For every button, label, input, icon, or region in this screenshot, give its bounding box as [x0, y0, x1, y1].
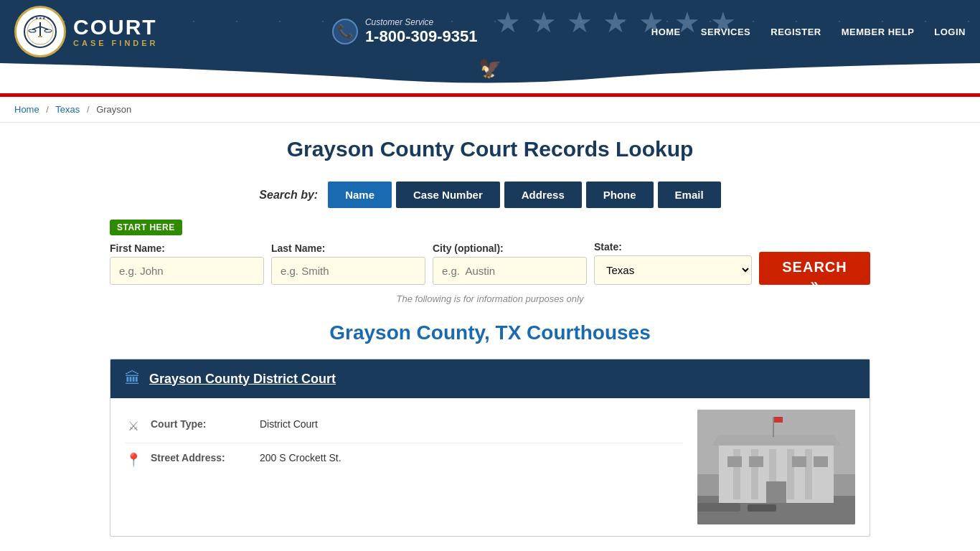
start-here-badge: START HERE: [110, 220, 182, 235]
state-label: State:: [594, 241, 752, 253]
logo-area: ★ ★ ★ ★ ★ COURT CASE FINDER: [14, 6, 159, 57]
svg-rect-3: [39, 22, 41, 37]
svg-rect-25: [748, 504, 776, 512]
nav-register[interactable]: REGISTER: [771, 27, 821, 37]
page-title: Grayson County Court Records Lookup: [110, 137, 870, 161]
address-value: 200 S Crockett St.: [260, 452, 341, 463]
svg-marker-13: [712, 435, 841, 446]
city-label: City (optional):: [433, 242, 587, 254]
search-by-row: Search by: Name Case Number Address Phon…: [110, 182, 870, 208]
last-name-group: Last Name:: [271, 242, 425, 285]
address-label: Street Address:: [151, 452, 251, 463]
courthouse-details: ⚔ Court Type: District Court 📍 Street Ad…: [125, 410, 683, 524]
svg-rect-26: [773, 417, 774, 437]
tab-name[interactable]: Name: [328, 182, 392, 208]
court-type-label: Court Type:: [151, 418, 251, 430]
nav-login[interactable]: LOGIN: [934, 27, 966, 37]
phone-info: Customer Service 1-800-309-9351: [365, 17, 478, 46]
city-group: City (optional):: [433, 242, 587, 285]
phone-area: 📞 Customer Service 1-800-309-9351: [332, 17, 478, 46]
tab-phone[interactable]: Phone: [586, 182, 654, 208]
nav-member-help[interactable]: MEMBER HELP: [842, 27, 915, 37]
svg-rect-19: [766, 481, 786, 503]
detail-row-address: 📍 Street Address: 200 S Crockett St.: [125, 443, 683, 476]
last-name-input[interactable]: [271, 257, 425, 285]
search-form-area: START HERE First Name: Last Name: City (…: [110, 220, 870, 285]
courthouse-header: 🏛 Grayson County District Court: [110, 359, 870, 398]
search-by-label: Search by:: [259, 189, 318, 202]
courthouse-image: [697, 410, 855, 524]
courthouses-title: Grayson County, TX Courthouses: [110, 321, 870, 344]
tab-email[interactable]: Email: [658, 182, 721, 208]
site-header: ★ ★ ★ ★ ★ ★ ★ ★ ★ ★ ★ ★ COURT C: [0, 0, 980, 63]
courthouse-icon: 🏛: [125, 369, 141, 388]
detail-row-court-type: ⚔ Court Type: District Court: [125, 410, 683, 443]
breadcrumb-sep-2: /: [87, 104, 90, 115]
search-button[interactable]: SEARCH »: [759, 252, 870, 285]
breadcrumb-state[interactable]: Texas: [55, 104, 80, 115]
courthouse-photo-svg: [697, 410, 855, 524]
tab-case-number[interactable]: Case Number: [396, 182, 500, 208]
search-form-row: First Name: Last Name: City (optional): …: [110, 241, 870, 285]
logo-court-word: COURT: [73, 17, 159, 38]
last-name-label: Last Name:: [271, 242, 425, 254]
eagle-icon: 🦅: [479, 57, 501, 80]
breadcrumb-county: Grayson: [96, 104, 131, 115]
logo-text: COURT CASE FINDER: [73, 17, 159, 47]
svg-rect-27: [774, 417, 783, 423]
first-name-input[interactable]: [110, 257, 264, 285]
info-note: The following is for information purpose…: [110, 293, 870, 304]
tab-address[interactable]: Address: [504, 182, 582, 208]
court-type-value: District Court: [260, 418, 318, 430]
breadcrumb-sep-1: /: [46, 104, 49, 115]
city-input[interactable]: [433, 257, 587, 285]
svg-rect-24: [697, 503, 740, 512]
breadcrumb: Home / Texas / Grayson: [0, 97, 980, 123]
phone-icon: 📞: [332, 19, 358, 44]
svg-point-6: [29, 29, 36, 32]
logo-svg: ★ ★ ★ ★ ★: [22, 14, 58, 50]
courthouse-name-link[interactable]: Grayson County District Court: [149, 372, 336, 387]
svg-rect-21: [749, 456, 763, 467]
customer-service-label: Customer Service: [365, 17, 478, 27]
nav-services[interactable]: SERVICES: [701, 27, 751, 37]
logo-circle: ★ ★ ★ ★ ★: [14, 6, 66, 57]
courthouse-body: ⚔ Court Type: District Court 📍 Street Ad…: [110, 398, 870, 536]
svg-rect-22: [792, 456, 806, 467]
first-name-label: First Name:: [110, 242, 264, 254]
eagle-stars-right: ★ ★ ★: [509, 64, 549, 73]
main-nav: HOME SERVICES REGISTER MEMBER HELP LOGIN: [651, 27, 966, 37]
breadcrumb-home[interactable]: Home: [14, 104, 39, 115]
svg-point-7: [44, 29, 52, 32]
state-select[interactable]: Texas Alabama Alaska Arizona Arkansas Ca…: [594, 255, 752, 285]
nav-home[interactable]: HOME: [651, 27, 681, 37]
court-type-icon: ⚔: [125, 418, 142, 434]
state-group: State: Texas Alabama Alaska Arizona Arka…: [594, 241, 752, 285]
address-icon: 📍: [125, 452, 142, 468]
svg-line-5: [40, 27, 48, 29]
svg-line-4: [32, 27, 40, 29]
banner-wave: ★ ★ ★ 🦅 ★ ★ ★: [0, 63, 980, 93]
eagle-stars-left: ★ ★ ★: [431, 64, 471, 73]
first-name-group: First Name:: [110, 242, 264, 285]
eagle-banner: ★ ★ ★ 🦅 ★ ★ ★: [431, 57, 549, 80]
svg-rect-23: [814, 456, 828, 467]
svg-text:★ ★ ★ ★ ★: ★ ★ ★ ★ ★: [31, 16, 50, 20]
logo-case-finder: CASE FINDER: [73, 39, 159, 47]
courthouse-card: 🏛 Grayson County District Court ⚔ Court …: [110, 359, 870, 537]
main-content: Grayson County Court Records Lookup Sear…: [95, 123, 885, 551]
phone-number: 1-800-309-9351: [365, 27, 478, 46]
svg-rect-20: [727, 456, 742, 467]
